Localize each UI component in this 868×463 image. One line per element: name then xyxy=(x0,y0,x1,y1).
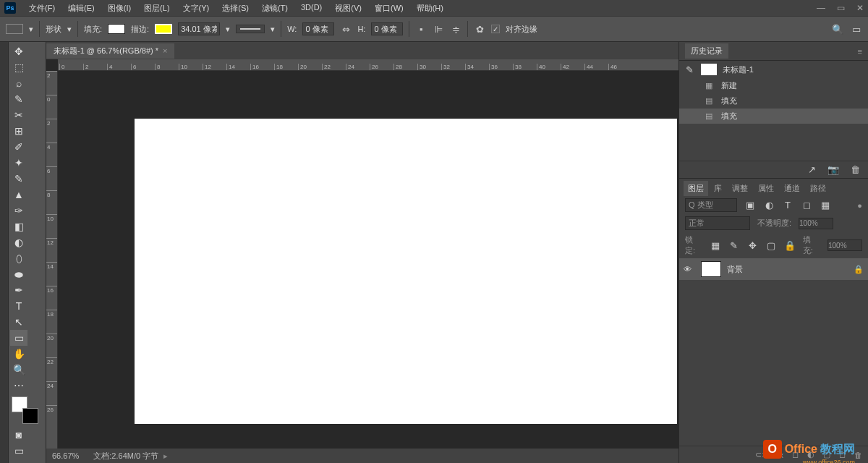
menu-type[interactable]: 文字(Y) xyxy=(177,1,216,15)
minimize-icon[interactable]: ― xyxy=(817,3,825,13)
crop-tool[interactable]: ✂ xyxy=(10,107,27,123)
frame-tool[interactable]: ⊞ xyxy=(10,123,27,139)
color-swatches[interactable] xyxy=(12,396,43,424)
lock-icon[interactable]: 🔒 xyxy=(854,265,864,274)
history-snapshot[interactable]: ✎ 未标题-1 xyxy=(679,61,868,78)
hand-tool[interactable]: ✋ xyxy=(10,346,27,362)
menu-file[interactable]: 文件(F) xyxy=(23,1,61,15)
lock-all-icon[interactable]: 🔒 xyxy=(784,239,796,251)
canvas[interactable] xyxy=(135,119,677,424)
chevron-right-icon[interactable]: ▸ xyxy=(161,451,168,460)
eraser-tool[interactable]: ◧ xyxy=(10,218,27,234)
trash-icon[interactable]: 🗑 xyxy=(849,164,861,176)
close-tab-icon[interactable]: × xyxy=(163,46,167,55)
gear-icon[interactable]: ✿ xyxy=(474,23,485,35)
align-icon[interactable]: ⊫ xyxy=(433,23,444,35)
menu-layer[interactable]: 图层(L) xyxy=(138,1,175,15)
history-item[interactable]: ▤填充 xyxy=(679,93,868,109)
menu-select[interactable]: 选择(S) xyxy=(216,1,255,15)
chevron-down-icon[interactable]: ▾ xyxy=(67,25,72,34)
zoom-level[interactable]: 66.67% xyxy=(52,451,79,460)
ruler-horizontal[interactable]: 0246810121416182022242628303234363840424… xyxy=(58,59,678,71)
pen-tool[interactable]: ✒ xyxy=(10,282,27,298)
healing-tool[interactable]: ✦ xyxy=(10,155,27,171)
history-tab[interactable]: 历史记录 xyxy=(685,43,728,59)
dodge-tool[interactable]: ⬬ xyxy=(10,266,27,282)
brush-tool[interactable]: ✎ xyxy=(10,171,27,187)
delete-layer-icon[interactable]: 🗑 xyxy=(854,451,862,459)
history-item[interactable]: ▦新建 xyxy=(679,78,868,93)
eyedropper-tool[interactable]: ✐ xyxy=(10,139,27,155)
workspace-icon[interactable]: ▭ xyxy=(851,23,862,35)
chevron-down-icon[interactable]: ▾ xyxy=(226,25,230,34)
menu-help[interactable]: 帮助(H) xyxy=(411,1,449,15)
type-filter-icon[interactable]: T xyxy=(782,200,793,211)
align-edges-checkbox[interactable]: ✓ xyxy=(491,25,500,33)
tab-paths[interactable]: 路径 xyxy=(806,181,830,196)
history-item[interactable]: ▤填充 xyxy=(679,109,868,124)
collapsed-panel-left[interactable] xyxy=(0,42,9,463)
tab-channels[interactable]: 通道 xyxy=(780,181,804,196)
width-input[interactable] xyxy=(302,22,334,35)
adjust-filter-icon[interactable]: ◐ xyxy=(763,200,775,211)
tab-layers[interactable]: 图层 xyxy=(684,181,708,196)
history-brush-tool[interactable]: ✑ xyxy=(10,203,27,218)
ruler-vertical[interactable]: 202468101214161820222426 xyxy=(46,71,58,449)
menu-filter[interactable]: 滤镜(T) xyxy=(256,1,294,15)
chevron-down-icon[interactable]: ▾ xyxy=(29,25,33,34)
fill-swatch[interactable] xyxy=(108,24,125,34)
lock-pixels-icon[interactable]: ▦ xyxy=(710,239,721,251)
search-icon[interactable]: 🔍 xyxy=(832,23,843,35)
type-tool[interactable]: T xyxy=(10,298,27,314)
panel-menu-icon[interactable]: ≡ xyxy=(858,47,862,56)
stroke-width-input[interactable] xyxy=(178,22,220,35)
chevron-down-icon[interactable]: ▾ xyxy=(271,25,275,34)
stroke-style[interactable] xyxy=(236,25,265,33)
quickmask-tool[interactable]: ◙ xyxy=(10,427,27,443)
lock-position-icon[interactable]: ✥ xyxy=(747,239,759,251)
arrange-icon[interactable]: ≑ xyxy=(450,23,461,35)
layer-name[interactable]: 背景 xyxy=(727,264,743,275)
link-icon[interactable]: ⇔ xyxy=(340,23,352,35)
tab-properties[interactable]: 属性 xyxy=(754,181,778,196)
rectangle-tool[interactable]: ▭ xyxy=(10,330,27,346)
stamp-tool[interactable]: ▲ xyxy=(10,187,27,203)
fill-opacity-input[interactable] xyxy=(827,239,862,251)
zoom-tool[interactable]: 🔍 xyxy=(10,362,27,378)
filter-toggle[interactable]: ● xyxy=(857,201,862,210)
menu-window[interactable]: 窗口(W) xyxy=(369,1,409,15)
image-filter-icon[interactable]: ▣ xyxy=(744,200,756,211)
marquee-tool[interactable]: ⬚ xyxy=(10,59,27,75)
layer-row[interactable]: 👁 背景 🔒 xyxy=(679,258,868,280)
move-tool[interactable]: ✥ xyxy=(10,43,27,59)
blend-mode[interactable]: 正常 xyxy=(685,216,750,230)
close-icon[interactable]: ✕ xyxy=(856,3,864,13)
tab-libraries[interactable]: 库 xyxy=(710,181,726,196)
opacity-input[interactable] xyxy=(799,218,833,229)
path-ops-icon[interactable]: ▪ xyxy=(415,23,427,35)
create-doc-icon[interactable]: ↗ xyxy=(806,164,817,176)
lock-artboard-icon[interactable]: ▢ xyxy=(765,239,777,251)
height-input[interactable] xyxy=(371,22,403,35)
path-select-tool[interactable]: ↖ xyxy=(10,314,27,330)
menu-3d[interactable]: 3D(D) xyxy=(295,1,328,15)
shape-mode-label[interactable]: 形状 xyxy=(46,24,61,35)
gradient-tool[interactable]: ◐ xyxy=(10,234,27,250)
shape-filter-icon[interactable]: ◻ xyxy=(801,200,812,211)
layer-filter[interactable]: Q 类型 xyxy=(685,198,737,212)
screenmode-tool[interactable]: ▭ xyxy=(10,443,27,459)
lasso-tool[interactable]: ⌕ xyxy=(10,75,27,91)
visibility-icon[interactable]: 👁 xyxy=(684,265,695,273)
stroke-swatch[interactable] xyxy=(155,24,172,34)
quick-select-tool[interactable]: ✎ xyxy=(10,91,27,107)
menu-image[interactable]: 图像(I) xyxy=(102,1,137,15)
more-tools[interactable]: ⋯ xyxy=(10,378,27,394)
smart-filter-icon[interactable]: ▦ xyxy=(820,200,831,211)
camera-icon[interactable]: 📷 xyxy=(827,164,839,176)
doc-info[interactable]: 文档:2.64M/0 字节 xyxy=(93,451,158,460)
menu-edit[interactable]: 编辑(E) xyxy=(62,1,101,15)
lock-brush-icon[interactable]: ✎ xyxy=(728,239,740,251)
menu-view[interactable]: 视图(V) xyxy=(329,1,367,15)
tab-adjustments[interactable]: 调整 xyxy=(728,181,752,196)
tool-preset[interactable] xyxy=(6,24,23,34)
